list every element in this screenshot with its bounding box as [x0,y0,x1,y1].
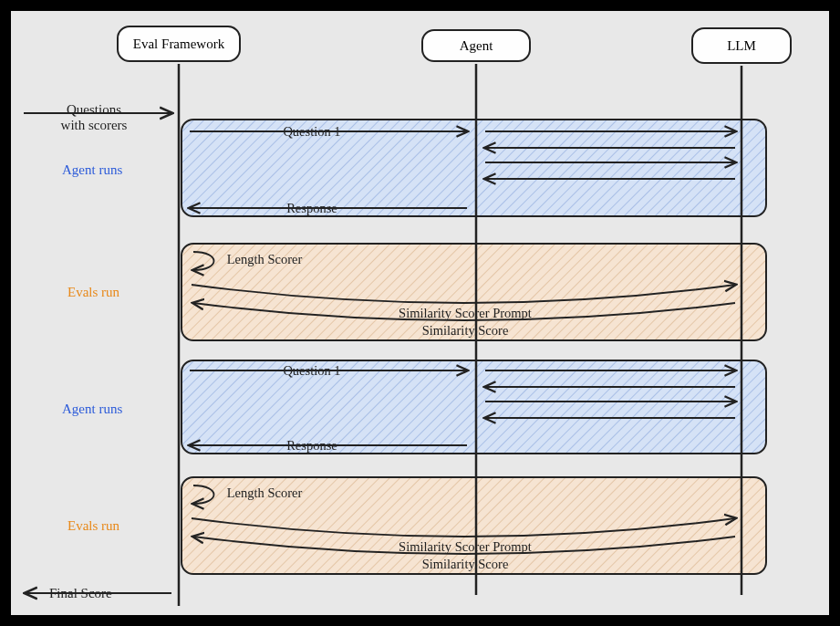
diagram-svg [11,11,829,615]
arrow-sim-prompt-2 [192,518,735,537]
arrow-sim-score-1 [193,303,735,320]
sequence-diagram: Eval Framework Agent LLM Questions wit [11,11,829,615]
arrow-sim-score-2 [193,537,735,554]
arrow-sim-prompt-1 [192,285,735,303]
self-length-scorer-1 [193,252,214,270]
self-length-scorer-2 [193,485,214,504]
